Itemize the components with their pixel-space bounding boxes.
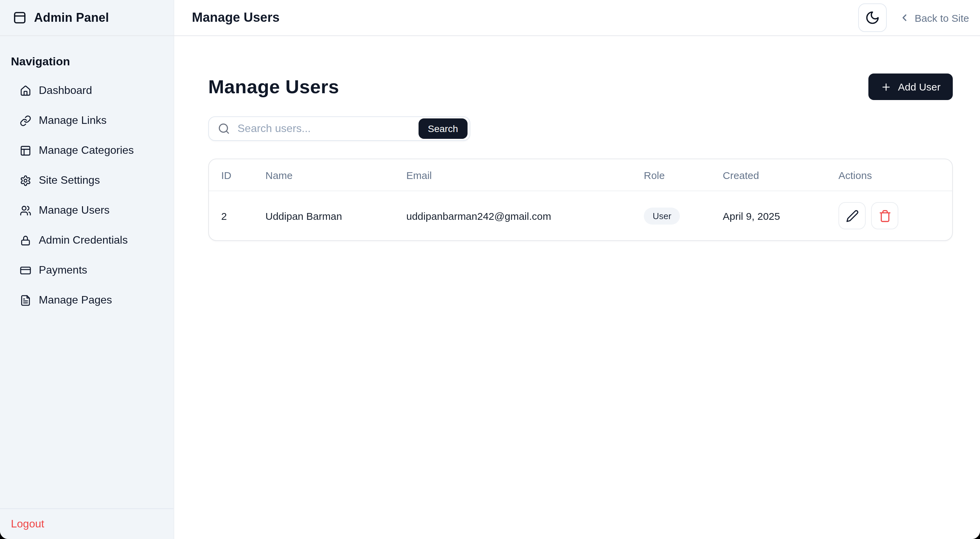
logout-link[interactable]: Logout bbox=[11, 518, 44, 530]
sidebar-spacer bbox=[0, 315, 173, 508]
panel-top-icon bbox=[13, 11, 27, 24]
sidebar-item-label: Admin Credentials bbox=[39, 234, 127, 246]
sidebar-item-manage-pages[interactable]: Manage Pages bbox=[0, 285, 173, 315]
cell-user-created: April 9, 2025 bbox=[711, 191, 826, 240]
column-header-created: Created bbox=[711, 159, 826, 191]
search-icon bbox=[218, 122, 230, 135]
gear-icon bbox=[20, 175, 31, 186]
delete-user-button[interactable] bbox=[871, 202, 898, 229]
sidebar-item-manage-users[interactable]: Manage Users bbox=[0, 195, 173, 225]
main-content: Manage Users Add User Se bbox=[174, 36, 980, 539]
cell-user-id: 2 bbox=[209, 191, 253, 240]
table-row: 2 Uddipan Barman uddipanbarman242@gmail.… bbox=[209, 191, 952, 240]
add-user-button[interactable]: Add User bbox=[869, 73, 953, 100]
nav-section-title: Navigation bbox=[0, 55, 173, 69]
sidebar-item-label: Site Settings bbox=[39, 174, 100, 186]
chevron-left-icon bbox=[899, 12, 910, 23]
add-user-label: Add User bbox=[898, 81, 940, 92]
column-header-role: Role bbox=[632, 159, 711, 191]
sidebar-item-label: Manage Users bbox=[39, 204, 110, 216]
sidebar-footer: Logout bbox=[0, 508, 173, 539]
theme-toggle-button[interactable] bbox=[858, 3, 887, 32]
search-users-input[interactable] bbox=[236, 122, 418, 135]
column-header-id: ID bbox=[209, 159, 253, 191]
heading-row: Manage Users Add User bbox=[208, 73, 953, 100]
top-bar: Admin Panel Manage Users Back to Site bbox=[0, 0, 980, 36]
sidebar-item-payments[interactable]: Payments bbox=[0, 255, 173, 285]
nav-list: Dashboard Manage Links bbox=[0, 76, 173, 315]
credit-card-icon bbox=[20, 264, 31, 276]
pencil-icon bbox=[846, 209, 859, 222]
table-header-row: ID Name Email Role Created Actions bbox=[209, 159, 952, 191]
cell-user-name: Uddipan Barman bbox=[253, 191, 394, 240]
link-icon bbox=[20, 114, 31, 126]
edit-user-button[interactable] bbox=[838, 202, 865, 229]
users-icon bbox=[20, 205, 31, 216]
page-title: Manage Users bbox=[208, 76, 339, 98]
layout-panel-icon bbox=[20, 145, 31, 156]
sidebar-item-site-settings[interactable]: Site Settings bbox=[0, 165, 173, 195]
users-table-card: ID Name Email Role Created Actions 2 Udd… bbox=[208, 159, 953, 241]
users-table: ID Name Email Role Created Actions 2 Udd… bbox=[209, 159, 952, 240]
file-text-icon bbox=[20, 294, 31, 306]
cell-actions bbox=[826, 191, 952, 240]
sidebar-item-admin-credentials[interactable]: Admin Credentials bbox=[0, 225, 173, 255]
column-header-name: Name bbox=[253, 159, 394, 191]
plus-icon bbox=[881, 81, 892, 92]
moon-icon bbox=[865, 10, 880, 25]
sidebar-item-manage-categories[interactable]: Manage Categories bbox=[0, 135, 173, 165]
header-title: Manage Users bbox=[192, 10, 280, 25]
top-bar-main: Manage Users Back to Site bbox=[174, 0, 980, 35]
sidebar: Navigation Dashboard bbox=[0, 36, 174, 539]
sidebar-item-label: Payments bbox=[39, 264, 87, 276]
cell-user-role: User bbox=[632, 191, 711, 240]
role-badge: User bbox=[644, 207, 680, 224]
back-to-site-label: Back to Site bbox=[915, 12, 969, 24]
lock-icon bbox=[20, 234, 31, 246]
admin-panel-app: Admin Panel Manage Users Back to Site bbox=[0, 0, 980, 539]
sidebar-item-label: Dashboard bbox=[39, 84, 92, 97]
cell-user-email: uddipanbarman242@gmail.com bbox=[394, 191, 632, 240]
back-to-site-link[interactable]: Back to Site bbox=[899, 12, 969, 24]
column-header-actions: Actions bbox=[826, 159, 952, 191]
search-button[interactable]: Search bbox=[418, 118, 468, 139]
column-header-email: Email bbox=[394, 159, 632, 191]
sidebar-item-dashboard[interactable]: Dashboard bbox=[0, 76, 173, 105]
search-bar: Search bbox=[208, 116, 470, 141]
sidebar-item-label: Manage Categories bbox=[39, 144, 134, 157]
trash-icon bbox=[878, 209, 891, 222]
sidebar-item-label: Manage Pages bbox=[39, 294, 112, 306]
brand-title: Admin Panel bbox=[34, 11, 109, 25]
sidebar-item-manage-links[interactable]: Manage Links bbox=[0, 105, 173, 135]
brand: Admin Panel bbox=[0, 0, 174, 35]
home-icon bbox=[20, 85, 31, 96]
sidebar-item-label: Manage Links bbox=[39, 114, 107, 127]
